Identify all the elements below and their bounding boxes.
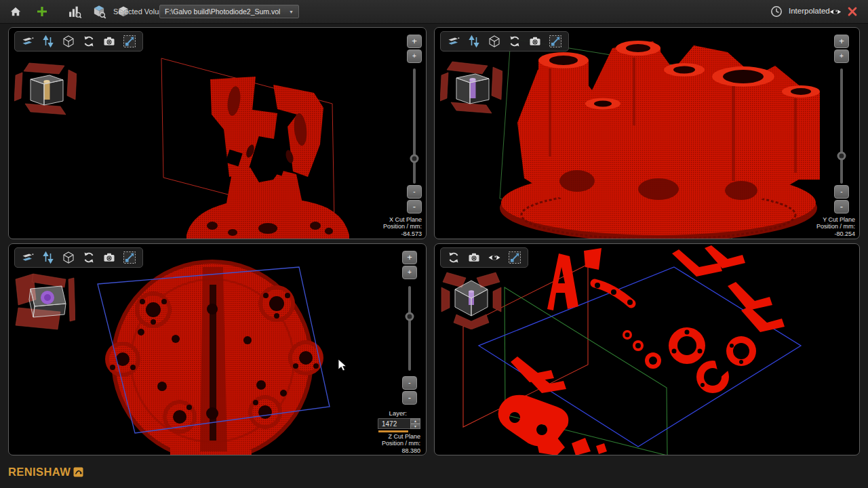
volume-review-button[interactable] [92,4,106,19]
cut-plane-position-value: -84.573 [383,230,422,238]
voxel-model [105,262,323,455]
renishaw-apply-innovation-icon [73,467,83,477]
move-plane-button[interactable] [41,35,55,48]
footer-branding: RENISHAW [8,466,83,479]
orientation-cube-graphic [14,62,77,116]
close-icon [846,5,859,18]
orientation-cube[interactable] [440,271,502,329]
interpolated-label: Interpolated [789,7,830,15]
voxel-model [186,77,349,239]
cut-plane-step-up-large-button[interactable]: + [407,35,422,48]
slider-thumb[interactable] [406,312,414,321]
cut-plane-title: X Cut Plane [383,216,422,224]
rotate-icon [508,35,521,48]
reset-view-button[interactable] [447,251,460,264]
selected-volume-dropdown[interactable]: F:\Galvo build\Photodiode2_Sum.vol ▼ [159,5,299,18]
move-plane-button[interactable] [467,35,481,48]
voxel-model [500,41,820,239]
chart-review-button[interactable] [68,5,82,19]
cut-plane-step-up-small-button[interactable]: + [402,266,417,279]
cut-plane-step-down-small-button[interactable]: - [834,185,849,199]
cut-plane-step-down-small-button[interactable]: - [402,376,417,390]
screenshot-button[interactable] [528,35,542,48]
viewport-3d-scene[interactable] [9,28,427,239]
expand-icon [549,35,562,48]
orientation-cube[interactable] [14,62,77,116]
screenshot-button[interactable] [467,251,481,264]
viewport-x-cut: + + - - X Cut Plane Position / mm: -84.5… [8,27,427,239]
slices-icon [447,35,460,48]
cut-plane-position-label: Position / mm: [382,440,420,447]
orientation-cube-graphic [440,60,502,115]
reset-view-button[interactable] [508,35,521,48]
viewport-toolbar [14,31,143,52]
history-button[interactable] [770,5,783,18]
cut-plane-slider[interactable] [840,68,843,184]
expand-icon [123,35,136,48]
screenshot-button[interactable] [102,251,116,264]
screenshot-button[interactable] [102,35,116,48]
slice-view-button[interactable] [21,251,35,264]
camera-icon [467,251,481,264]
reset-view-button[interactable] [82,251,96,264]
layer-spinner-up-button[interactable]: ▲ [410,418,420,424]
cut-plane-step-down-large-button[interactable]: - [834,200,849,214]
close-button[interactable] [846,5,859,18]
camera-icon [102,251,116,264]
slice-view-button[interactable] [447,35,460,48]
viewport-toolbar [440,31,569,52]
cut-plane-step-up-small-button[interactable]: + [834,49,849,63]
layer-spinner: ▲ ▼ [410,418,420,429]
cut-plane-readout: Z Cut Plane Position / mm: 88.380 [382,433,420,455]
slices-icon [21,35,35,48]
move-plane-button[interactable] [41,251,55,264]
rotate-icon [447,251,460,264]
slider-thumb[interactable] [837,152,846,161]
cut-plane-step-down-large-button[interactable]: - [407,200,422,214]
cut-plane-step-up-small-button[interactable]: + [407,49,422,63]
visibility-toggle-button[interactable] [829,5,842,18]
cut-plane-step-down-small-button[interactable]: - [407,185,422,199]
orientation-cube[interactable] [13,272,75,331]
cut-plane-step-up-large-button[interactable]: + [834,35,849,48]
camera-icon [102,35,116,48]
view-cube-button[interactable] [62,35,75,48]
expand-viewport-button[interactable] [123,251,136,264]
mouse-cursor [338,359,347,371]
cut-plane-slider[interactable] [408,286,411,371]
add-volume-button[interactable] [35,5,49,18]
orientation-cube[interactable] [440,60,502,115]
orientation-cube-graphic [440,271,502,329]
slice-view-button[interactable] [21,35,35,48]
viewport-3d-scene[interactable] [435,28,860,239]
cut-plane-position-label: Position / mm: [383,223,422,230]
slider-thumb[interactable] [410,154,419,163]
cut-plane-title: Y Cut Plane [816,216,855,224]
expand-icon [123,251,136,264]
cut-plane-slider[interactable] [413,68,416,184]
visibility-button[interactable] [488,251,501,264]
chart-magnifier-icon [68,5,82,19]
cut-plane-step-up-large-button[interactable]: + [402,251,417,264]
cut-plane-readout: Y Cut Plane Position / mm: -80.254 [816,216,855,238]
expand-viewport-button[interactable] [549,35,562,48]
layer-spinner-down-button[interactable]: ▼ [410,424,420,429]
cross-sections [498,245,785,455]
rotate-icon [82,35,96,48]
view-cube-button[interactable] [488,35,501,48]
cube-wireframe-icon [62,35,75,48]
viewport-z-cut: + + - - Layer: ▲ ▼ Z Cut Plane Position … [8,243,427,455]
eye-icon [488,251,501,264]
cut-plane-position-label: Position / mm: [816,223,855,230]
cut-plane-title: Z Cut Plane [382,433,420,441]
expand-viewport-button[interactable] [123,35,136,48]
cube-wireframe-icon [488,35,501,48]
home-button[interactable] [9,5,22,18]
layer-input[interactable] [378,418,410,429]
cut-plane-step-down-large-button[interactable]: - [402,391,417,405]
clock-icon [770,5,783,18]
expand-viewport-button[interactable] [508,251,521,264]
cube-magnifier-icon [92,4,106,19]
view-cube-button[interactable] [62,251,75,264]
reset-view-button[interactable] [82,35,96,48]
